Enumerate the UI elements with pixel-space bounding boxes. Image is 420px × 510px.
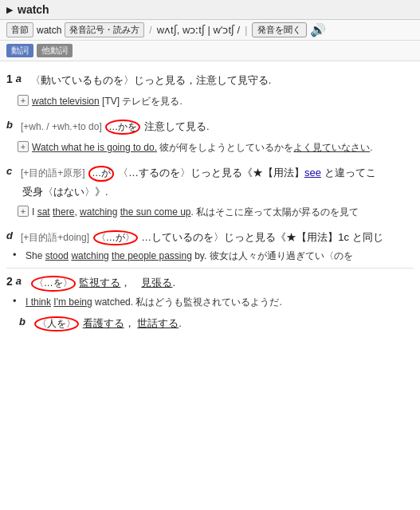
toolbar: 音節 watch 発音記号・読み方 / wʌtʃ, wɔːtʃ | w'ɔtʃ …: [0, 20, 420, 41]
sense-2-header: 2 a 〈…を〉 監視する， 見張る.: [6, 275, 414, 292]
example-jp-1b: 彼が何をしようとしているかをよく見ていなさい.: [159, 142, 372, 153]
bullet-2a-think: I think: [26, 296, 51, 308]
sense-2b-row: b 〈人を〉 看護する， 世話する.: [6, 316, 414, 332]
sense-number-1: 1: [6, 73, 13, 85]
pronunciation-btn[interactable]: 発音記号・読み方: [65, 22, 144, 37]
grammar-1c: [+目的語+原形]: [21, 167, 85, 178]
grammar-1b: [+wh. / +wh.+to do]: [21, 121, 102, 132]
main-content: 1 a 〈動いているものを〉じっと見る，注意して見守る. + watch tel…: [0, 61, 420, 339]
sense-1c-row: c [+目的語+原形] …が 〈…するのを〉じっと見る《★【用法】see と違っ…: [6, 165, 414, 182]
speaker-icon[interactable]: 🔊: [310, 22, 326, 37]
def-2a-kanji: 監視する: [79, 277, 120, 288]
header-title: watch: [18, 3, 49, 16]
play-icon: ▶: [6, 5, 13, 15]
def-2b: 〈人を〉 看護する， 世話する.: [33, 316, 182, 332]
def-1c-note: 受身〈はない〉》.: [22, 185, 414, 199]
bullet-2a-being: I'm being: [53, 296, 92, 308]
divider-1-2: [6, 268, 414, 269]
def-1d: [+目的語+doing] 〈…が〉 …しているのを〉じっと見る《★【用法】1c …: [21, 230, 383, 246]
def-1c: [+目的語+原形] …が 〈…するのを〉じっと見る《★【用法】see と違ってこ: [21, 165, 376, 182]
header-bar: ▶ watch: [0, 0, 420, 20]
sep2: |: [245, 25, 247, 36]
circle-1b: …かを: [105, 120, 140, 135]
sep1: /: [149, 25, 151, 36]
def-1a: 〈動いているものを〉じっと見る，注意して見守る.: [30, 73, 272, 88]
example-text-1a: watch television [TV] テレビを見る.: [32, 94, 183, 108]
toolbar-word: watch: [37, 25, 61, 36]
bullet-2a: • I think I'm being watched. 私はどうも監視されてい…: [13, 295, 414, 309]
circle-1d: 〈…が〉: [93, 230, 138, 246]
example-1a: + watch television [TV] テレビを見る.: [13, 92, 414, 111]
sense-1-header: 1 a 〈動いているものを〉じっと見る，注意して見守る.: [6, 73, 414, 88]
def-2a-kanji2: 見張る: [141, 277, 172, 288]
example-text-1b: Watch what he is going to do. 彼が何をしようとして…: [32, 140, 373, 155]
pos-verb: 動詞: [6, 44, 33, 57]
circle-2a: 〈…を〉: [31, 276, 76, 292]
phonetic-text: wʌtʃ, wɔːtʃ | w'ɔtʃ /: [157, 24, 241, 36]
link-see-1c[interactable]: see: [304, 167, 321, 178]
expand-icon-1c[interactable]: +: [18, 206, 29, 217]
sub-letter-a1: a: [16, 73, 27, 84]
sub-letter-1b: b: [6, 119, 18, 131]
example-jp-1c: 私はそこに座って太陽が昇るのを見て: [196, 206, 359, 218]
circle-2b: 〈人を〉: [34, 316, 79, 332]
def-2b-text1: 看護する: [83, 317, 124, 329]
sound-tag[interactable]: 音節: [6, 22, 33, 37]
sub-letter-1c: c: [6, 165, 18, 177]
def-2a: 〈…を〉 監視する， 見張る.: [30, 275, 175, 292]
example-text-1c: I sat there, watching the sun come up. 私…: [32, 205, 359, 219]
sense-number-2: 2: [6, 275, 13, 288]
circle-1c: …が: [88, 166, 114, 182]
example-en-1c: I sat there, watching the sun come up.: [32, 206, 194, 218]
bullet-dot-2a: •: [13, 295, 22, 307]
listen-btn[interactable]: 発音を聞く: [252, 22, 307, 37]
expand-icon-1a[interactable]: +: [18, 95, 29, 106]
bullet-2a-watched: watched.: [95, 296, 133, 308]
sense-2: 2 a 〈…を〉 監視する， 見張る. • I think I'm being …: [6, 275, 414, 332]
bullet-text-1d: She stood watching the people passing by…: [26, 249, 353, 263]
bullet-1d: • She stood watching the people passing …: [13, 249, 414, 263]
expand-icon-1b[interactable]: +: [18, 141, 29, 152]
sense-1d-row: d [+目的語+doing] 〈…が〉 …しているのを〉じっと見る《★【用法】1…: [6, 230, 414, 246]
example-en-1b: Watch what he is going to do.: [32, 142, 157, 153]
sub-letter-2b: b: [19, 316, 30, 328]
bullet-2a-jp: 私はどうも監視されているようだ.: [135, 296, 281, 308]
bullet-text-2a: I think I'm being watched. 私はどうも監視されているよ…: [26, 295, 282, 309]
pos-bar: 動詞 他動詞: [0, 41, 420, 61]
example-tag-1a: [TV]: [102, 96, 120, 107]
bullet-dot-1d: •: [13, 249, 22, 261]
example-jp-1a: テレビを見る.: [122, 96, 182, 107]
sub-letter-1d: d: [6, 230, 18, 241]
sense-1: 1 a 〈動いているものを〉じっと見る，注意して見守る. + watch tel…: [6, 73, 414, 263]
sub-letter-2a: a: [16, 275, 27, 287]
grammar-1d: [+目的語+doing]: [21, 232, 89, 243]
example-1c: + I sat there, watching the sun come up.…: [13, 202, 414, 222]
example-1b: + Watch what he is going to do. 彼が何をしようと…: [13, 138, 414, 157]
def-2b-text2: 世話する: [137, 317, 179, 329]
example-en-1a: watch television: [32, 96, 100, 107]
sense-1b-row: b [+wh. / +wh.+to do] …かを 注意して見る.: [6, 119, 414, 135]
pos-transitive: 他動詞: [37, 44, 73, 57]
def-1b: [+wh. / +wh.+to do] …かを 注意して見る.: [21, 119, 210, 135]
